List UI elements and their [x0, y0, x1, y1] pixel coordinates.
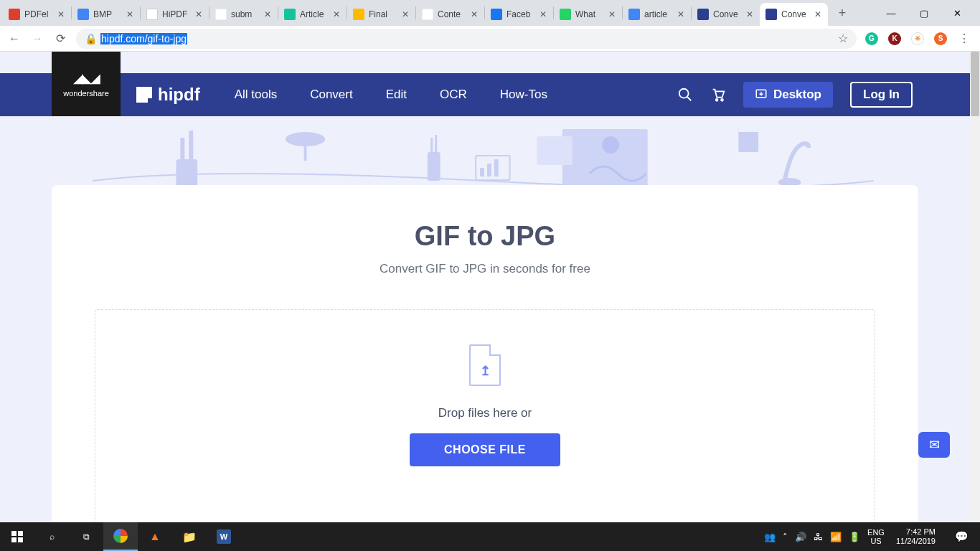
- nav-link[interactable]: All tools: [235, 88, 278, 102]
- brand-name: hipdf: [158, 85, 200, 105]
- tab-close-icon[interactable]: ✕: [126, 10, 134, 19]
- window-close-button[interactable]: ✕: [947, 8, 967, 19]
- svg-rect-5: [176, 159, 197, 187]
- browser-tab[interactable]: subm✕: [209, 3, 278, 26]
- browser-tab[interactable]: Faceb✕: [485, 3, 553, 26]
- start-button[interactable]: [0, 522, 34, 551]
- browser-tab[interactable]: Conte✕: [416, 3, 484, 26]
- nav-link[interactable]: OCR: [440, 88, 467, 102]
- tab-favicon-icon: [284, 9, 296, 20]
- feedback-button[interactable]: ✉: [918, 432, 950, 458]
- tab-title: What: [575, 9, 603, 19]
- nav-forward-button[interactable]: →: [30, 32, 44, 46]
- word-icon: W: [217, 529, 231, 544]
- search-icon: ⌕: [50, 532, 55, 542]
- bookmark-star-icon[interactable]: ☆: [838, 32, 848, 45]
- search-icon[interactable]: [677, 87, 693, 103]
- nav-link[interactable]: Edit: [386, 88, 407, 102]
- extension-icon[interactable]: G: [865, 32, 878, 45]
- tray-chevron-up-icon[interactable]: ˄: [783, 532, 788, 542]
- window-maximize-button[interactable]: ▢: [914, 8, 934, 19]
- nav-link[interactable]: Convert: [310, 88, 353, 102]
- browser-tab[interactable]: article✕: [623, 3, 691, 26]
- svg-rect-21: [738, 126, 758, 132]
- extension-icons: GK✳S: [865, 32, 947, 45]
- tab-favicon-icon: [765, 9, 777, 20]
- browser-tab[interactable]: PDFel✕: [3, 3, 71, 26]
- brand-logo[interactable]: hipdf: [136, 85, 200, 105]
- tab-close-icon[interactable]: ✕: [608, 10, 616, 19]
- svg-point-3: [721, 99, 723, 101]
- action-center-button[interactable]: 💬: [947, 530, 976, 543]
- dropzone[interactable]: ↥ Drop files here or CHOOSE FILE: [95, 309, 875, 522]
- tray-battery-icon[interactable]: 🔋: [849, 532, 860, 542]
- main-nav: All toolsConvertEditOCRHow-Tos: [235, 88, 547, 102]
- choose-file-label: CHOOSE FILE: [444, 443, 526, 456]
- tab-close-icon[interactable]: ✕: [745, 10, 754, 19]
- download-icon: [755, 88, 768, 101]
- site-header: hipdf All toolsConvertEditOCRHow-Tos Des…: [0, 73, 970, 116]
- taskbar-search-button[interactable]: ⌕: [34, 522, 69, 551]
- taskbar-app-chrome[interactable]: [103, 522, 138, 551]
- nav-back-button[interactable]: ←: [7, 32, 22, 46]
- desktop-button[interactable]: Desktop: [743, 82, 833, 108]
- tray-network-icon[interactable]: 🖧: [814, 532, 823, 542]
- tray-volume-icon[interactable]: 🔊: [795, 532, 806, 542]
- nav-link[interactable]: How-Tos: [500, 88, 547, 102]
- tab-title: BMP: [93, 9, 121, 19]
- svg-rect-23: [11, 531, 17, 536]
- svg-rect-10: [428, 152, 440, 181]
- mail-icon: ✉: [929, 437, 940, 453]
- extension-icon[interactable]: S: [934, 32, 947, 45]
- browser-tab[interactable]: What✕: [554, 3, 622, 26]
- task-view-button[interactable]: ⧉: [69, 522, 103, 551]
- taskbar-app-vlc[interactable]: ▲: [138, 522, 172, 551]
- choose-file-button[interactable]: CHOOSE FILE: [410, 433, 560, 466]
- notification-icon: 💬: [955, 530, 969, 542]
- desktop-button-label: Desktop: [773, 88, 821, 102]
- browser-tab[interactable]: Conve✕: [692, 3, 760, 26]
- tab-close-icon[interactable]: ✕: [539, 10, 547, 19]
- tray-clock[interactable]: 7:42 PM 11/24/2019: [892, 527, 940, 546]
- tab-favicon-icon: [9, 9, 20, 20]
- window-controls: ― ▢ ✕: [881, 8, 974, 19]
- cart-icon[interactable]: [710, 87, 726, 103]
- tab-close-icon[interactable]: ✕: [814, 10, 822, 19]
- svg-point-19: [602, 136, 619, 154]
- extension-icon[interactable]: ✳: [911, 32, 924, 45]
- taskbar-app-word[interactable]: W: [207, 522, 241, 551]
- svg-rect-6: [180, 138, 184, 159]
- omnibox[interactable]: 🔒 hipdf.com/gif-to-jpg ☆: [76, 29, 857, 49]
- chrome-menu-button[interactable]: ⋮: [956, 32, 973, 45]
- browser-tab[interactable]: HiPDF✕: [141, 3, 209, 26]
- tab-close-icon[interactable]: ✕: [194, 10, 203, 19]
- svg-point-0: [679, 89, 689, 98]
- browser-tab[interactable]: Final✕: [347, 3, 415, 26]
- dropzone-text: Drop files here or: [438, 406, 532, 420]
- extension-icon[interactable]: K: [888, 32, 901, 45]
- tab-close-icon[interactable]: ✕: [677, 10, 685, 19]
- nav-reload-button[interactable]: ⟳: [53, 32, 67, 46]
- tab-favicon-icon: [697, 9, 709, 20]
- tab-favicon-icon: [491, 9, 502, 20]
- tab-close-icon[interactable]: ✕: [263, 10, 272, 19]
- browser-tab[interactable]: Conve✕: [760, 3, 828, 26]
- tray-language[interactable]: ENG US: [867, 528, 885, 545]
- tray-wifi-icon[interactable]: 📶: [830, 532, 842, 542]
- tab-close-icon[interactable]: ✕: [401, 10, 410, 19]
- taskbar-app-explorer[interactable]: 📁: [172, 522, 207, 551]
- window-minimize-button[interactable]: ―: [881, 8, 901, 19]
- svg-rect-18: [537, 136, 572, 165]
- tab-close-icon[interactable]: ✕: [332, 10, 341, 19]
- browser-tab[interactable]: BMP✕: [72, 3, 140, 26]
- login-button[interactable]: Log In: [850, 82, 913, 108]
- scrollbar-thumb[interactable]: [971, 52, 979, 116]
- new-tab-button[interactable]: +: [832, 3, 852, 23]
- wondershare-badge[interactable]: ◢◣◢ wondershare: [52, 52, 121, 116]
- tab-close-icon[interactable]: ✕: [470, 10, 479, 19]
- tray-people-icon[interactable]: 👥: [764, 532, 776, 542]
- browser-tab[interactable]: Article✕: [278, 3, 347, 26]
- tab-close-icon[interactable]: ✕: [57, 10, 65, 19]
- vertical-scrollbar[interactable]: [970, 52, 980, 522]
- svg-rect-14: [480, 168, 484, 176]
